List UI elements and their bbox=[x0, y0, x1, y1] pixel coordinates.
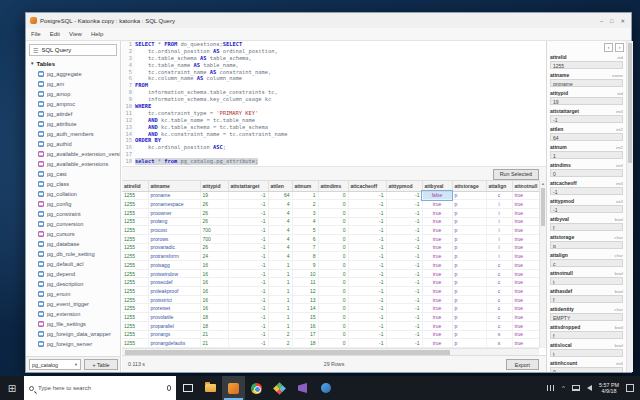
grid-cell[interactable]: true bbox=[422, 278, 452, 287]
grid-cell[interactable]: true bbox=[512, 217, 539, 226]
grid-cell[interactable]: 16 bbox=[200, 261, 228, 270]
grid-cell[interactable]: prosecdef bbox=[148, 278, 200, 287]
editor-line[interactable]: 16 kc.ordinal_position ASC; bbox=[122, 144, 546, 151]
sql-app-button[interactable] bbox=[222, 376, 245, 400]
sidebar-item-pg_description[interactable]: pg_description bbox=[26, 279, 120, 289]
field-value-input[interactable]: c bbox=[550, 259, 623, 267]
scroll-thumb[interactable] bbox=[628, 43, 632, 163]
grid-cell[interactable]: 10 bbox=[292, 269, 318, 278]
grid-cell[interactable]: 16 bbox=[200, 304, 228, 313]
grid-cell[interactable]: 0 bbox=[318, 330, 348, 339]
grid-cell[interactable]: true bbox=[422, 321, 452, 330]
grid-cell[interactable]: -1 bbox=[228, 295, 268, 304]
grid-cell[interactable]: -1 bbox=[228, 287, 268, 296]
editor-line[interactable]: 9 information_schema.key_column_usage kc bbox=[122, 96, 546, 103]
grid-cell[interactable]: 1 bbox=[268, 278, 292, 287]
grid-cell[interactable]: true bbox=[422, 261, 452, 270]
grid-cell[interactable]: -1 bbox=[348, 278, 386, 287]
sidebar-item-pg_cursors[interactable]: pg_cursors bbox=[26, 229, 120, 239]
add-table-button[interactable]: + Table bbox=[84, 359, 118, 370]
grid-cell[interactable]: 0 bbox=[318, 208, 348, 217]
grid-cell[interactable]: 700 bbox=[200, 226, 228, 235]
grid-cell[interactable]: p bbox=[452, 269, 486, 278]
grid-cell[interactable]: 18 bbox=[200, 321, 228, 330]
grid-cell[interactable]: 1255 bbox=[122, 200, 148, 209]
menu-file[interactable]: File bbox=[31, 31, 41, 37]
grid-cell[interactable]: true bbox=[512, 243, 539, 252]
grid-cell[interactable]: -1 bbox=[386, 261, 422, 270]
grid-cell[interactable]: -1 bbox=[348, 243, 386, 252]
grid-cell[interactable]: 2 bbox=[268, 339, 292, 348]
sidebar-item-pg_file_settings[interactable]: pg_file_settings bbox=[26, 319, 120, 329]
grid-cell[interactable]: p bbox=[452, 278, 486, 287]
editor-line[interactable]: 11 tc.constraint_type = 'PRIMARY KEY' bbox=[122, 110, 546, 117]
field-value-input[interactable]: EMPTY bbox=[550, 313, 623, 321]
grid-cell[interactable]: true bbox=[512, 252, 539, 261]
grid-cell[interactable]: -1 bbox=[228, 208, 268, 217]
grid-cell[interactable]: c bbox=[486, 261, 512, 270]
grid-cell[interactable]: 1255 bbox=[122, 269, 148, 278]
grid-cell[interactable]: true bbox=[422, 217, 452, 226]
table-row[interactable]: 1255proname19-16410-1-1falsepctrue bbox=[122, 191, 539, 200]
prev-record-button[interactable]: ‹ bbox=[604, 43, 613, 52]
sidebar-item-pg_event_trigger[interactable]: pg_event_trigger bbox=[26, 299, 120, 309]
grid-cell[interactable]: 1255 bbox=[122, 287, 148, 296]
grid-cell[interactable]: 13 bbox=[292, 295, 318, 304]
grid-cell[interactable]: i bbox=[486, 208, 512, 217]
grid-cell[interactable]: 1255 bbox=[122, 295, 148, 304]
grid-cell[interactable]: 1255 bbox=[122, 278, 148, 287]
grid-cell[interactable]: s bbox=[486, 339, 512, 348]
field-value-input[interactable]: f bbox=[550, 223, 623, 231]
grid-cell[interactable]: -1 bbox=[348, 252, 386, 261]
sidebar-item-pg_foreign_data_wrapper[interactable]: pg_foreign_data_wrapper bbox=[26, 329, 120, 339]
table-row[interactable]: 1255proowner26-1430-1-1truepitrue bbox=[122, 208, 539, 217]
grid-cell[interactable]: -1 bbox=[348, 295, 386, 304]
grid-cell[interactable]: true bbox=[512, 278, 539, 287]
schema-select[interactable]: pg_catalog ▼ bbox=[29, 359, 81, 370]
grid-cell[interactable]: p bbox=[452, 217, 486, 226]
field-value-input[interactable]: t bbox=[550, 349, 623, 357]
editor-line[interactable]: 8 information_schema.table_constraints t… bbox=[122, 89, 546, 96]
editor-line[interactable]: 10WHERE bbox=[122, 103, 546, 110]
grid-cell[interactable]: 21 bbox=[200, 339, 228, 348]
grid-cell[interactable]: i bbox=[486, 217, 512, 226]
sidebar-item-pg_enum[interactable]: pg_enum bbox=[26, 289, 120, 299]
action-center-icon[interactable] bbox=[626, 384, 634, 392]
grid-cell[interactable]: proiswindow bbox=[148, 269, 200, 278]
editor-line[interactable]: 4 tc.table_name AS table_name, bbox=[122, 62, 546, 69]
grid-cell[interactable]: -1 bbox=[386, 208, 422, 217]
grid-cell[interactable]: -1 bbox=[348, 208, 386, 217]
grid-cell[interactable]: 1255 bbox=[122, 330, 148, 339]
sidebar-item-pg_config[interactable]: pg_config bbox=[26, 199, 120, 209]
sidebar-item-pg_constraint[interactable]: pg_constraint bbox=[26, 209, 120, 219]
grid-cell[interactable]: -1 bbox=[386, 234, 422, 243]
grid-cell[interactable]: 0 bbox=[318, 313, 348, 322]
grid-cell[interactable]: true bbox=[422, 269, 452, 278]
sidebar-tables-node[interactable]: ▼ Tables bbox=[26, 58, 120, 69]
grid-cell[interactable]: true bbox=[422, 252, 452, 261]
grid-cell[interactable]: proowner bbox=[148, 208, 200, 217]
grid-cell[interactable]: -1 bbox=[386, 339, 422, 348]
grid-cell[interactable]: true bbox=[422, 234, 452, 243]
column-header-atttypid[interactable]: atttypid bbox=[200, 181, 228, 191]
sidebar-item-pg_available_extensions[interactable]: pg_available_extensions bbox=[26, 159, 120, 169]
grid-cell[interactable]: p bbox=[452, 252, 486, 261]
table-row[interactable]: 1255protransform24-1480-1-1truepitrue bbox=[122, 252, 539, 261]
grid-cell[interactable]: i bbox=[486, 200, 512, 209]
column-header-attalign[interactable]: attalign bbox=[486, 181, 512, 191]
grid-horizontal-scrollbar[interactable] bbox=[122, 348, 539, 355]
grid-cell[interactable]: true bbox=[512, 287, 539, 296]
grid-cell[interactable]: true bbox=[422, 208, 452, 217]
grid-cell[interactable]: 1 bbox=[268, 269, 292, 278]
grid-cell[interactable]: 1255 bbox=[122, 313, 148, 322]
grid-cell[interactable]: p bbox=[452, 330, 486, 339]
grid-cell[interactable]: 18 bbox=[292, 339, 318, 348]
grid-cell[interactable]: -1 bbox=[348, 234, 386, 243]
grid-cell[interactable]: p bbox=[452, 339, 486, 348]
sidebar-item-pg_am[interactable]: pg_am bbox=[26, 79, 120, 89]
grid-cell[interactable]: -1 bbox=[228, 304, 268, 313]
editor-line[interactable]: 5 tc.constraint_name AS constraint_name, bbox=[122, 69, 546, 76]
grid-cell[interactable]: 16 bbox=[200, 278, 228, 287]
field-value-input[interactable]: -1 bbox=[550, 115, 623, 123]
table-row[interactable]: 1255provolatile18-11150-1-1truepctrue bbox=[122, 313, 539, 322]
